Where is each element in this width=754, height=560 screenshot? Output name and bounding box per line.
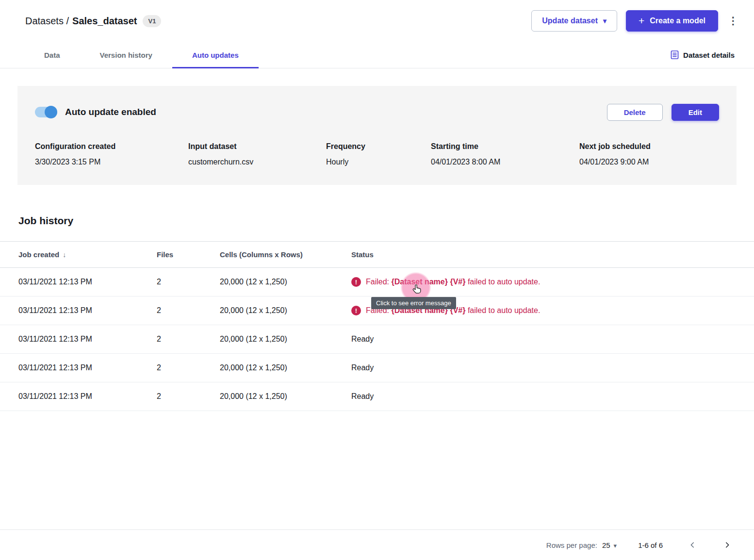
config-fields: Configuration created 3/30/2023 3:15 PM … (35, 142, 719, 166)
files-cell: 2 (157, 392, 220, 401)
job-created-cell: 03/11/2021 12:13 PM (0, 335, 157, 344)
auto-update-toggle[interactable] (35, 107, 56, 117)
status-text[interactable]: Failed: {Dataset name} {V#} failed to au… (366, 278, 540, 286)
cells-cell: 20,000 (12 x 1,250) (220, 306, 351, 315)
column-files: Files (157, 250, 220, 259)
error-icon (351, 277, 361, 287)
create-model-button[interactable]: Create a model (626, 10, 718, 32)
config-field-starting-time: Starting time 04/01/2023 8:00 AM (431, 142, 579, 166)
cells-cell: 20,000 (12 x 1,250) (220, 363, 351, 372)
table-row: 03/11/2021 12:13 PM 2 20,000 (12 x 1,250… (0, 325, 754, 354)
auto-update-panel: Auto update enabled Delete Edit Configur… (17, 86, 737, 185)
panel-head: Auto update enabled Delete Edit (35, 102, 719, 122)
delete-button[interactable]: Delete (607, 104, 663, 121)
status-cell: Ready (351, 354, 754, 382)
dataset-details-icon (671, 50, 679, 59)
auto-update-label: Auto update enabled (65, 107, 156, 117)
column-cells: Cells (Columns x Rows) (220, 250, 351, 259)
job-history-table: Job created Files Cells (Columns x Rows)… (0, 241, 754, 411)
sort-descending-icon (59, 250, 66, 259)
tab-bar: Data Version history Auto updates Datase… (0, 42, 754, 68)
cells-cell: 20,000 (12 x 1,250) (220, 278, 351, 286)
job-created-cell: 03/11/2021 12:13 PM (0, 306, 157, 315)
cells-cell: 20,000 (12 x 1,250) (220, 392, 351, 401)
job-created-cell: 03/11/2021 12:13 PM (0, 278, 157, 286)
tab-version-history[interactable]: Version history (80, 42, 172, 68)
previous-page-button[interactable] (687, 540, 698, 550)
toggle-knob (45, 106, 57, 118)
table-row: 03/11/2021 12:13 PM 2 20,000 (12 x 1,250… (0, 268, 754, 296)
plus-icon (639, 16, 644, 26)
pagination-range: 1-6 of 6 (638, 541, 663, 549)
page-header: Datasets / Sales_dataset V1 Update datas… (0, 0, 754, 42)
job-created-cell: 03/11/2021 12:13 PM (0, 392, 157, 401)
job-created-cell: 03/11/2021 12:13 PM (0, 363, 157, 372)
table-row: 03/11/2021 12:13 PM 2 20,000 (12 x 1,250… (0, 354, 754, 382)
panel-actions: Delete Edit (607, 104, 719, 121)
files-cell: 2 (157, 363, 220, 372)
breadcrumb-datasets[interactable]: Datasets / (25, 16, 69, 27)
rows-per-page-label: Rows per page: (546, 541, 597, 549)
tab-data[interactable]: Data (24, 42, 80, 68)
app-root: Datasets / Sales_dataset V1 Update datas… (0, 0, 754, 560)
breadcrumb: Datasets / Sales_dataset V1 (25, 15, 161, 27)
page-title: Sales_dataset (72, 16, 137, 27)
config-field-next-job: Next job scheduled 04/01/2023 9:00 AM (579, 142, 651, 166)
status-text: Ready (351, 363, 374, 372)
error-icon (351, 306, 361, 315)
pagination-bar: Rows per page: 25 1-6 of 6 (0, 529, 754, 560)
job-table-body: 03/11/2021 12:13 PM 2 20,000 (12 x 1,250… (0, 268, 754, 411)
next-page-button[interactable] (722, 540, 733, 550)
tab-auto-updates[interactable]: Auto updates (172, 42, 259, 68)
table-header: Job created Files Cells (Columns x Rows)… (0, 241, 754, 268)
status-cell: Failed: {Dataset name} {V#} failed to au… (351, 268, 754, 296)
update-dataset-button[interactable]: Update dataset (531, 10, 617, 32)
status-text: Ready (351, 392, 374, 401)
status-text: Ready (351, 335, 374, 344)
header-actions: Update dataset Create a model (531, 10, 739, 32)
status-cell: Ready (351, 325, 754, 353)
caret-down-icon (603, 16, 606, 25)
job-history-title: Job history (18, 215, 754, 227)
files-cell: 2 (157, 278, 220, 286)
cells-cell: 20,000 (12 x 1,250) (220, 335, 351, 344)
status-cell: Ready (351, 382, 754, 411)
error-tooltip: Click to see error message (371, 297, 456, 309)
caret-down-icon (614, 541, 617, 549)
version-badge: V1 (143, 15, 161, 27)
files-cell: 2 (157, 306, 220, 315)
dataset-details-label: Dataset details (683, 51, 735, 59)
edit-button[interactable]: Edit (672, 104, 719, 121)
dataset-details-link[interactable]: Dataset details (671, 42, 735, 68)
column-job-created[interactable]: Job created (0, 250, 157, 259)
rows-per-page-select[interactable]: 25 (602, 541, 617, 549)
config-field-frequency: Frequency Hourly (326, 142, 431, 166)
config-field-input-dataset: Input dataset customerchurn.csv (188, 142, 326, 166)
files-cell: 2 (157, 335, 220, 344)
kebab-menu-icon[interactable] (727, 15, 739, 27)
config-field-configuration-created: Configuration created 3/30/2023 3:15 PM (35, 142, 188, 166)
table-row: 03/11/2021 12:13 PM 2 20,000 (12 x 1,250… (0, 382, 754, 411)
column-status: Status (351, 242, 754, 267)
update-dataset-label: Update dataset (542, 16, 598, 25)
create-model-label: Create a model (650, 16, 705, 25)
